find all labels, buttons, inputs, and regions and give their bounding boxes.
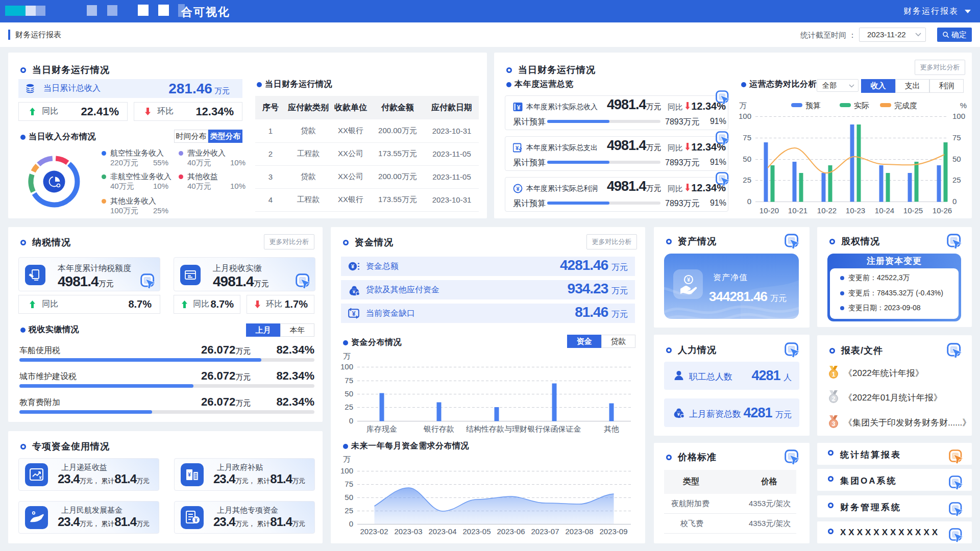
svg-text:1: 1 bbox=[832, 371, 836, 378]
svg-text:25: 25 bbox=[952, 176, 961, 184]
svg-text:10-22: 10-22 bbox=[817, 206, 837, 215]
svg-text:银行保函保证金: 银行保函保证金 bbox=[527, 424, 581, 433]
svg-text:10-21: 10-21 bbox=[788, 206, 807, 215]
svg-text:万: 万 bbox=[343, 455, 351, 463]
svg-text:¥: ¥ bbox=[687, 277, 691, 283]
svg-text:2023-07: 2023-07 bbox=[531, 527, 559, 536]
svg-text:预算: 预算 bbox=[805, 101, 821, 110]
svg-text:2: 2 bbox=[832, 395, 836, 403]
svg-text:100: 100 bbox=[739, 112, 751, 120]
svg-text:¥: ¥ bbox=[516, 186, 520, 192]
svg-text:0: 0 bbox=[349, 416, 353, 425]
svg-text:25: 25 bbox=[345, 506, 353, 515]
svg-text:万: 万 bbox=[739, 101, 747, 110]
svg-text:2023-08: 2023-08 bbox=[565, 527, 593, 536]
svg-text:100: 100 bbox=[952, 112, 965, 120]
svg-text:0: 0 bbox=[952, 197, 957, 206]
svg-text:2023-03: 2023-03 bbox=[394, 527, 422, 536]
svg-text:¥: ¥ bbox=[517, 104, 521, 111]
svg-text:万: 万 bbox=[343, 352, 351, 360]
svg-text:75: 75 bbox=[345, 480, 353, 488]
svg-text:10-20: 10-20 bbox=[760, 206, 779, 215]
svg-text:2023-06: 2023-06 bbox=[497, 527, 525, 536]
svg-text:3: 3 bbox=[832, 420, 836, 428]
svg-text:25: 25 bbox=[743, 176, 751, 184]
svg-text:75: 75 bbox=[345, 376, 353, 385]
svg-text:0: 0 bbox=[349, 519, 353, 528]
svg-text:¥: ¥ bbox=[352, 310, 356, 317]
svg-text:¥: ¥ bbox=[353, 289, 356, 294]
svg-text:完成度: 完成度 bbox=[894, 101, 917, 110]
svg-text:结构性存款与理财: 结构性存款与理财 bbox=[466, 424, 527, 433]
svg-text:¥: ¥ bbox=[188, 472, 191, 478]
svg-text:实际: 实际 bbox=[854, 101, 869, 110]
svg-text:2023-04: 2023-04 bbox=[428, 527, 456, 536]
svg-text:0: 0 bbox=[747, 197, 751, 206]
svg-text:¥: ¥ bbox=[516, 145, 519, 151]
svg-text:25: 25 bbox=[345, 403, 353, 411]
svg-text:50: 50 bbox=[743, 155, 751, 163]
svg-text:¥: ¥ bbox=[351, 263, 355, 269]
svg-text:银行存款: 银行存款 bbox=[423, 424, 454, 433]
svg-text:75: 75 bbox=[743, 133, 751, 142]
svg-text:50: 50 bbox=[952, 155, 961, 163]
svg-text:10-26: 10-26 bbox=[933, 206, 952, 215]
svg-text:10-23: 10-23 bbox=[846, 206, 865, 215]
svg-text:50: 50 bbox=[345, 493, 353, 502]
svg-text:¥: ¥ bbox=[677, 411, 680, 417]
svg-text:其他: 其他 bbox=[604, 424, 619, 433]
svg-text:2023-02: 2023-02 bbox=[360, 527, 388, 536]
svg-text:¥: ¥ bbox=[194, 517, 198, 523]
svg-text:库存现金: 库存现金 bbox=[366, 424, 397, 433]
svg-text:2023-05: 2023-05 bbox=[462, 527, 491, 536]
svg-text:75: 75 bbox=[952, 133, 961, 142]
svg-text:50: 50 bbox=[345, 389, 353, 398]
svg-text:%: % bbox=[960, 101, 967, 110]
svg-text:10-25: 10-25 bbox=[903, 206, 923, 215]
svg-text:2023-09: 2023-09 bbox=[599, 527, 627, 536]
svg-text:100: 100 bbox=[340, 466, 353, 475]
svg-text:10-24: 10-24 bbox=[875, 206, 894, 215]
svg-text:100: 100 bbox=[340, 362, 353, 371]
svg-text:¥: ¥ bbox=[39, 475, 41, 480]
